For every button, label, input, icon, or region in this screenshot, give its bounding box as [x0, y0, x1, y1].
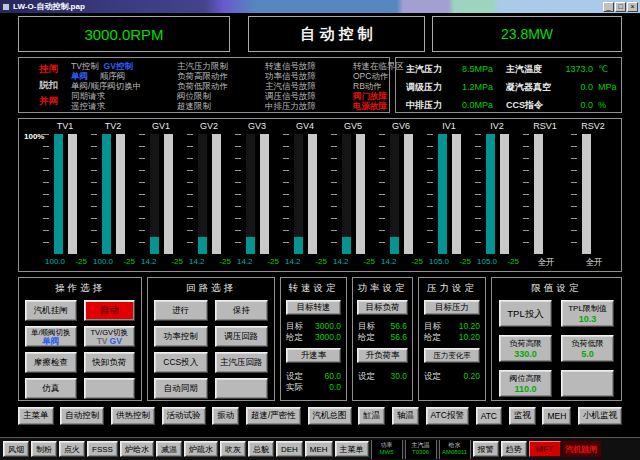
tv-gv-switch-button[interactable]: TV/GV切换 TV GV	[84, 326, 136, 347]
nav-turbine-overview-button[interactable]: 汽机总图	[308, 407, 352, 425]
status-fault: 调压信号故障	[265, 91, 316, 101]
rate-set-label: 设定	[358, 371, 375, 382]
nav-auto-control-button[interactable]: 自动控制	[60, 407, 104, 425]
friction-check-button[interactable]: 摩擦检查	[25, 352, 77, 373]
nav-valve-test-button[interactable]: 活动试验	[162, 407, 206, 425]
valve-fill	[438, 134, 447, 254]
indicator-tag: MW5	[380, 449, 394, 456]
readout-unit: %	[598, 100, 606, 111]
power-control-button[interactable]: 功率控制	[154, 326, 208, 347]
valve-mode-switch-button[interactable]: 单/顺阀切换 单阀	[25, 326, 77, 347]
nav-heat-supply-button[interactable]: 供热控制	[111, 407, 155, 425]
target-load-button[interactable]: 目标负荷	[357, 300, 408, 315]
taskbar-air-flue-button[interactable]: 风烟	[3, 441, 29, 457]
valve-mode-column: TV控制 GV控制 单阀 顺序阀 单阀/顺序阀切换中 同期请求 遥控请求	[71, 61, 141, 111]
close-button[interactable]: ×	[627, 2, 638, 12]
nav-vibration-button[interactable]: 振动	[212, 407, 239, 425]
load-high-limit-button[interactable]: 负荷高限 330.0	[499, 335, 552, 362]
valve-value: 14.2	[189, 257, 205, 266]
panel-title: 压力设定	[419, 282, 485, 295]
nav-meh-button[interactable]: MEH	[542, 407, 571, 425]
valve-high-limit-button[interactable]: 阀位高限 110.0	[499, 370, 552, 397]
valve-scale	[379, 134, 385, 254]
auto-mode-button[interactable]: 自动	[84, 300, 136, 321]
nav-cylinder-temp-button[interactable]: 缸温	[358, 407, 385, 425]
target-pressure-button[interactable]: 目标压力	[424, 300, 481, 315]
status-latched: 挂闸	[39, 63, 58, 76]
taskbar-pulverizing-button[interactable]: 制粉	[31, 441, 57, 457]
ccs-engage-button[interactable]: CCS投入	[154, 352, 208, 373]
valve-group-gv6: GV6 14.2-25	[379, 121, 423, 269]
valve-fill	[102, 134, 111, 254]
valve-fill	[486, 134, 495, 254]
taskbar-meh-button[interactable]: MEH	[305, 441, 333, 457]
status-remote-request: 遥控请求	[71, 101, 141, 111]
blank-button	[84, 378, 136, 399]
load-low-limit-value: 5.0	[581, 349, 594, 359]
pressure-loop-button[interactable]: 调压回路	[215, 326, 269, 347]
tpl-limit-value: 10.3	[579, 314, 597, 324]
status-tripped: 脱扣	[39, 79, 58, 92]
taskbar-feedwater-button[interactable]: 炉给水	[120, 441, 154, 457]
status-single-valve: 单阀	[71, 71, 88, 81]
taskbar-deh-button[interactable]: DEH	[276, 441, 303, 457]
mft-indicator: MFT	[529, 441, 561, 457]
valve-group-rsv1: RSV1 全开	[523, 121, 567, 269]
signal-fault-column: 转速信号故障 功率信号故障 主汽信号故障 调压信号故障 中排压力故障	[265, 61, 316, 111]
tpl-limit-button[interactable]: TPL限制值 10.3	[561, 300, 614, 327]
nav-monitor-button[interactable]: 监视	[509, 407, 536, 425]
valve-value: 14.2	[141, 257, 157, 266]
valve-scale	[283, 134, 289, 254]
speed-setpoint-value: 3000.0	[315, 332, 341, 343]
auto-sync-button[interactable]: 自动同期	[154, 378, 208, 399]
valve-name: GV6	[379, 121, 423, 133]
valve-demand-value: -25	[123, 257, 135, 266]
taskbar-overview-button[interactable]: 总貌	[248, 441, 274, 457]
nav-atc-button[interactable]: ATC	[476, 407, 502, 425]
main-steam-pressure-loop-button[interactable]: 主汽压回路	[215, 352, 269, 373]
readout-value: 1.2MPa	[462, 82, 493, 93]
valve-position-bar	[294, 134, 303, 254]
tpl-engage-button[interactable]: TPL投入	[499, 300, 552, 327]
pressure-rate-button[interactable]: 压力变化率	[424, 348, 481, 363]
valve-fill	[342, 237, 351, 254]
minimize-button[interactable]: _	[603, 2, 614, 12]
nav-bfpt-monitor-button[interactable]: 小机监视	[578, 407, 622, 425]
taskbar-main-menu-button[interactable]: 主菜单	[335, 441, 369, 457]
load-rate-button[interactable]: 升负荷率	[357, 348, 408, 363]
window-title: LW-O-自动控制.pap	[13, 1, 603, 12]
go-button[interactable]: 进行	[154, 300, 208, 321]
nav-main-menu-button[interactable]: 主菜单	[18, 407, 54, 425]
turbine-latch-button[interactable]: 汽机挂闸	[25, 300, 77, 321]
valve-fill	[390, 237, 399, 254]
taskbar-boiler-drain-button[interactable]: 炉疏水	[184, 441, 218, 457]
valve-fill	[54, 134, 63, 254]
limit-status-column: 主汽压力限制 负荷高限动作 负荷低限动作 阀位限制 超速限制	[177, 61, 228, 111]
maximize-button[interactable]: □	[615, 2, 626, 12]
valve-demand-bar	[68, 134, 77, 254]
valve-demand-value: -25	[219, 257, 231, 266]
nav-shaft-temp-button[interactable]: 轴温	[392, 407, 419, 425]
window-titlebar: LW-O-自动控制.pap _ □ ×	[0, 0, 640, 13]
fast-load-shed-button[interactable]: 快卸负荷	[84, 352, 136, 373]
nav-atc-alarm-button[interactable]: ATC报警	[426, 407, 469, 425]
speed-rate-button[interactable]: 升速率	[286, 348, 342, 363]
valve-demand-bar	[308, 134, 317, 254]
load-low-limit-button[interactable]: 负荷低限 5.0	[561, 335, 614, 362]
target-speed-button[interactable]: 目标转速	[286, 300, 342, 315]
nav-overspeed-tightness-button[interactable]: 超速/严密性	[246, 407, 301, 425]
readout-value: 1373.0	[559, 64, 593, 75]
simulation-button[interactable]: 仿真	[25, 378, 77, 399]
taskbar-fsss-button[interactable]: FSSS	[87, 441, 118, 457]
taskbar-attemperation-button[interactable]: 减温	[156, 441, 182, 457]
hold-button[interactable]: 保持	[215, 300, 269, 321]
panel-title: 回路选择	[148, 282, 274, 295]
taskbar-sootblow-button[interactable]: 吹灰	[220, 441, 246, 457]
trend-button[interactable]: 趋势	[501, 441, 527, 457]
readout-label: 中排压力	[406, 100, 442, 111]
taskbar-ignition-button[interactable]: 点火	[59, 441, 85, 457]
status-fault: 功率信号故障	[265, 71, 316, 81]
pressure-setting-panel: 压力设定 目标压力 目标10.20 给定10.20 压力变化率 设定0.20	[418, 277, 486, 401]
alarm-button[interactable]: 报警	[473, 441, 499, 457]
valve-fill	[246, 237, 255, 254]
